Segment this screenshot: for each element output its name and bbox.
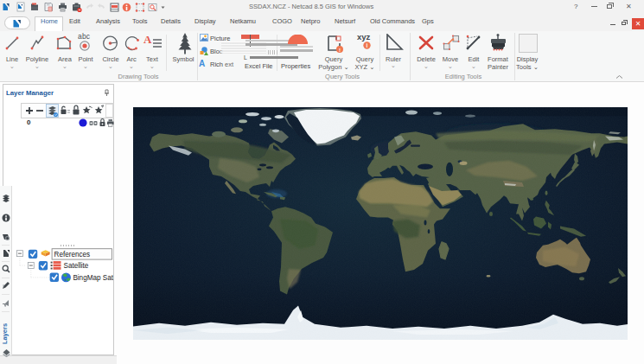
svg-text:BingMap Satellite I: BingMap Satellite I — [73, 274, 113, 282]
svg-text:Satellite: Satellite — [63, 263, 88, 271]
svg-text:i: i — [367, 42, 368, 48]
svg-text:References: References — [54, 251, 91, 259]
svg-text:!: ! — [339, 48, 341, 53]
